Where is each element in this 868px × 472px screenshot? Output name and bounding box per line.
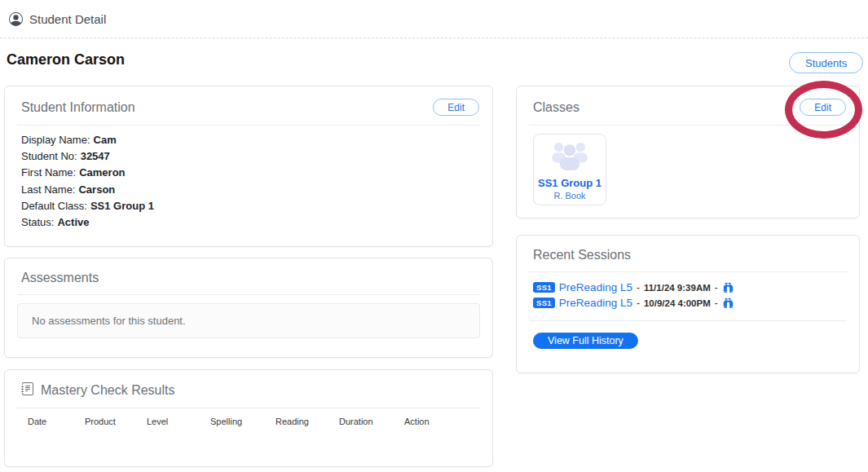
mastery-header: Mastery Check Results: [5, 370, 492, 408]
column-level: Level: [147, 417, 210, 426]
info-row-student-no: Student No:32547: [21, 148, 476, 165]
assessments-title: Assessments: [21, 271, 99, 285]
student-information-body: Display Name:Cam Student No:32547 First …: [5, 126, 492, 231]
class-tile[interactable]: SS1 Group 1 R. Book: [533, 134, 606, 205]
session-row: SS1 PreReading L5 - 10/9/24 4:00PM -: [533, 295, 859, 311]
students-button[interactable]: Students: [789, 52, 863, 73]
column-duration: Duration: [339, 417, 404, 426]
info-row-last-name: Last Name:Carson: [21, 182, 476, 198]
column-product: Product: [85, 417, 147, 426]
session-link[interactable]: PreReading L5: [559, 297, 632, 309]
assessments-card: Assessments No assessments for this stud…: [4, 258, 493, 358]
info-row-first-name: First Name:Cameron: [21, 165, 476, 181]
classes-header: Classes Edit: [517, 86, 859, 125]
recent-sessions-title: Recent Sessions: [533, 248, 631, 262]
student-information-header: Student Information Edit: [5, 86, 492, 125]
student-information-title: Student Information: [21, 100, 135, 115]
student-detail-page: Student Detail Cameron Carson Students S…: [0, 0, 868, 472]
column-date: Date: [28, 417, 85, 426]
journal-text-icon: [21, 382, 34, 399]
mastery-title: Mastery Check Results: [41, 383, 175, 398]
session-datetime: 11/1/24 9:39AM: [644, 283, 711, 293]
divider: [529, 125, 847, 126]
mastery-table-header-row: Date Product Level Spelling Reading Dura…: [28, 417, 480, 426]
assessments-header: Assessments: [5, 258, 492, 294]
classes-title: Classes: [533, 100, 579, 115]
separator: -: [637, 282, 640, 293]
recent-sessions-header: Recent Sessions: [517, 236, 859, 271]
column-spelling: Spelling: [210, 417, 275, 426]
mastery-table: Date Product Level Spelling Reading Dura…: [5, 408, 492, 426]
info-row-status: Status:Active: [21, 214, 476, 231]
edit-classes-button[interactable]: Edit: [800, 99, 846, 116]
session-product-badge: SS1: [533, 282, 555, 293]
divider: [529, 320, 847, 321]
edit-student-info-button[interactable]: Edit: [433, 99, 479, 116]
page-title: Student Detail: [29, 12, 106, 26]
view-full-history-button[interactable]: View Full History: [533, 333, 638, 349]
mastery-check-results-card: Mastery Check Results Date Product Level…: [4, 369, 493, 467]
divider: [17, 294, 480, 295]
assessments-empty-message: No assessments for this student.: [17, 303, 480, 338]
info-row-default-class: Default Class:SS1 Group 1: [21, 198, 476, 214]
mastery-title-group: Mastery Check Results: [21, 382, 175, 399]
column-reading: Reading: [275, 417, 339, 426]
student-name-heading: Cameron Carson: [7, 51, 125, 68]
session-link[interactable]: PreReading L5: [559, 281, 632, 293]
class-tile-teacher: R. Book: [553, 191, 585, 201]
person-circle-icon: [9, 12, 23, 26]
info-row-display-name: Display Name:Cam: [21, 132, 476, 148]
binoculars-icon[interactable]: [723, 298, 734, 308]
people-group-icon: [551, 141, 588, 174]
binoculars-icon[interactable]: [723, 282, 734, 293]
class-tile-name: SS1 Group 1: [538, 177, 601, 189]
session-product-badge: SS1: [533, 298, 555, 309]
student-information-card: Student Information Edit Display Name:Ca…: [4, 86, 493, 247]
session-row: SS1 PreReading L5 - 11/1/24 9:39AM -: [533, 280, 859, 295]
session-datetime: 10/9/24 4:00PM: [644, 298, 711, 308]
top-bar: Student Detail: [0, 0, 868, 38]
recent-sessions-body: SS1 PreReading L5 - 11/1/24 9:39AM - SS1…: [517, 272, 859, 311]
separator: -: [715, 282, 718, 293]
separator: -: [637, 298, 640, 309]
classes-card: Classes Edit SS1 Group 1 R. Book: [516, 86, 860, 218]
column-action: Action: [404, 417, 480, 426]
separator: -: [715, 298, 718, 309]
recent-sessions-card: Recent Sessions SS1 PreReading L5 - 11/1…: [516, 235, 860, 373]
